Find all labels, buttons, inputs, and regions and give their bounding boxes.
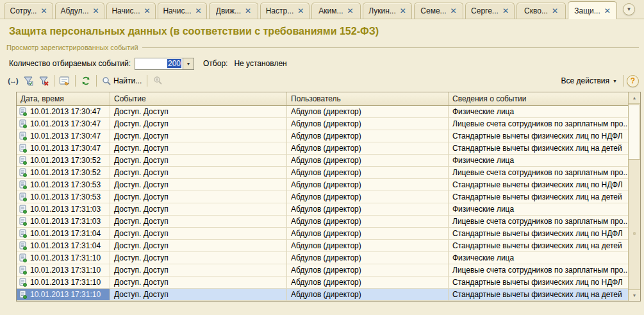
cell-details[interactable]: Стандартные вычеты физических лиц на дет… <box>449 240 628 252</box>
cell-details[interactable]: Стандартные вычеты физических лиц по НДФ… <box>449 228 628 240</box>
cell-details[interactable]: Физические лица <box>449 155 628 167</box>
cell-user[interactable]: Абдулов (директор) <box>287 155 449 167</box>
cell-details[interactable]: Физические лица <box>449 252 628 264</box>
all-actions-button[interactable]: Все действия ▼ <box>557 74 621 88</box>
cell-user[interactable]: Абдулов (директор) <box>287 130 449 142</box>
window-tab[interactable]: Настр... ✕ <box>260 3 310 19</box>
help-button[interactable]: ? <box>627 75 639 87</box>
tab-close-icon[interactable]: ✕ <box>604 7 611 15</box>
cell-user[interactable]: Абдулов (директор) <box>287 240 449 252</box>
table-row[interactable]: 10.01.2013 17:30:47 Доступ. Доступ Абдул… <box>17 142 628 155</box>
cell-event[interactable]: Доступ. Доступ <box>110 167 287 179</box>
cell-datetime[interactable]: 10.01.2013 17:30:52 <box>17 167 110 179</box>
table-row[interactable]: 10.01.2013 17:31:10 Доступ. Доступ Абдул… <box>17 277 628 289</box>
scroll-down-icon[interactable]: ▼ <box>629 289 640 301</box>
window-tab[interactable]: Лукин... ✕ <box>363 3 412 19</box>
scrollbar-thumb[interactable] <box>629 105 640 160</box>
cell-user[interactable]: Абдулов (директор) <box>287 118 449 130</box>
cell-user[interactable]: Абдулов (директор) <box>287 179 449 191</box>
cell-user[interactable]: Абдулов (директор) <box>287 167 449 179</box>
table-row[interactable]: 10.01.2013 17:31:04 Доступ. Доступ Абдул… <box>17 240 628 252</box>
cell-details[interactable]: Стандартные вычеты физических лиц по НДФ… <box>449 277 628 289</box>
cell-event[interactable]: Доступ. Доступ <box>110 216 287 228</box>
cell-details[interactable]: Лицевые счета сотрудников по зарплатным … <box>449 216 628 228</box>
cell-user[interactable]: Абдулов (директор) <box>287 228 449 240</box>
cell-user[interactable]: Абдулов (директор) <box>287 216 449 228</box>
window-tab[interactable]: Скво... ✕ <box>516 3 566 19</box>
table-row[interactable]: 10.01.2013 17:30:52 Доступ. Доступ Абдул… <box>17 155 628 167</box>
tab-close-icon[interactable]: ✕ <box>195 7 201 15</box>
cell-event[interactable]: Доступ. Доступ <box>110 130 287 142</box>
cell-datetime[interactable]: 10.01.2013 17:31:04 <box>17 228 110 240</box>
cell-event[interactable]: Доступ. Доступ <box>110 289 287 301</box>
window-tab[interactable]: Защи... ✕ <box>568 1 617 19</box>
tab-close-icon[interactable]: ✕ <box>400 7 406 15</box>
table-row[interactable]: 10.01.2013 17:31:10 Доступ. Доступ Абдул… <box>17 264 628 277</box>
events-count-dropdown-icon[interactable]: ▼ <box>183 58 194 69</box>
tab-close-icon[interactable]: ✕ <box>347 7 354 15</box>
cell-event[interactable]: Доступ. Доступ <box>110 118 287 130</box>
table-row[interactable]: 10.01.2013 17:30:53 Доступ. Доступ Абдул… <box>17 191 628 203</box>
cell-user[interactable]: Абдулов (директор) <box>287 277 449 289</box>
cell-datetime[interactable]: 10.01.2013 17:31:10 <box>17 277 110 289</box>
cell-details[interactable]: Лицевые счета сотрудников по зарплатным … <box>449 264 628 277</box>
table-row[interactable]: 10.01.2013 17:30:53 Доступ. Доступ Абдул… <box>17 179 628 191</box>
cell-event[interactable]: Доступ. Доступ <box>110 228 287 240</box>
tab-overflow-button[interactable]: ▼ <box>623 3 635 15</box>
cell-event[interactable]: Доступ. Доступ <box>110 203 287 216</box>
tab-close-icon[interactable]: ✕ <box>502 7 509 15</box>
cell-event[interactable]: Доступ. Доступ <box>110 191 287 203</box>
cell-event[interactable]: Доступ. Доступ <box>110 264 287 277</box>
cell-event[interactable]: Доступ. Доступ <box>110 240 287 252</box>
cell-event[interactable]: Доступ. Доступ <box>110 277 287 289</box>
cell-datetime[interactable]: 10.01.2013 17:30:53 <box>17 179 110 191</box>
table-row[interactable]: 10.01.2013 17:30:47 Доступ. Доступ Абдул… <box>17 130 628 142</box>
cancel-search-button[interactable] <box>150 74 165 88</box>
find-button[interactable]: Найти... <box>99 74 144 88</box>
cell-datetime[interactable]: 10.01.2013 17:31:10 <box>17 264 110 277</box>
cell-datetime[interactable]: 10.01.2013 17:30:52 <box>17 155 110 167</box>
tab-close-icon[interactable]: ✕ <box>93 7 99 15</box>
window-tab[interactable]: Серге... ✕ <box>465 3 515 19</box>
table-row[interactable]: 10.01.2013 17:30:47 Доступ. Доступ Абдул… <box>17 118 628 130</box>
table-row[interactable]: 10.01.2013 17:30:47 Доступ. Доступ Абдул… <box>17 106 628 118</box>
cell-datetime[interactable]: 10.01.2013 17:30:47 <box>17 106 110 118</box>
cell-details[interactable]: Физические лица <box>449 203 628 216</box>
window-tab[interactable]: Абдул... ✕ <box>55 3 104 19</box>
cell-details[interactable]: Стандартные вычеты физических лиц по НДФ… <box>449 179 628 191</box>
column-header-event[interactable]: Событие <box>110 92 287 105</box>
events-count-field[interactable]: 200 ▼ <box>135 58 194 70</box>
table-row[interactable]: 10.01.2013 17:31:03 Доступ. Доступ Абдул… <box>17 216 628 228</box>
cell-datetime[interactable]: 10.01.2013 17:30:47 <box>17 142 110 155</box>
cell-event[interactable]: Доступ. Доступ <box>110 179 287 191</box>
cell-user[interactable]: Абдулов (директор) <box>287 264 449 277</box>
tab-close-icon[interactable]: ✕ <box>40 7 47 15</box>
cell-datetime[interactable]: 10.01.2013 17:31:04 <box>17 240 110 252</box>
tab-close-icon[interactable]: ✕ <box>450 7 457 15</box>
window-tab[interactable]: Движ... ✕ <box>209 3 258 19</box>
tab-close-icon[interactable]: ✕ <box>552 7 558 15</box>
cell-user[interactable]: Абдулов (директор) <box>287 252 449 264</box>
cell-datetime[interactable]: 10.01.2013 17:31:10 <box>17 289 110 301</box>
vertical-scrollbar[interactable]: ▲ ▼ <box>628 92 640 301</box>
cell-details[interactable]: Стандартные вычеты физических лиц на дет… <box>449 191 628 203</box>
window-tab[interactable]: Сотру... ✕ <box>4 3 53 19</box>
cell-datetime[interactable]: 10.01.2013 17:30:53 <box>17 191 110 203</box>
table-row[interactable]: 10.01.2013 17:31:04 Доступ. Доступ Абдул… <box>17 228 628 240</box>
events-count-value[interactable]: 200 <box>135 58 183 69</box>
cell-user[interactable]: Абдулов (директор) <box>287 142 449 155</box>
cell-datetime[interactable]: 10.01.2013 17:31:03 <box>17 203 110 216</box>
cell-details[interactable]: Стандартные вычеты физических лиц на дет… <box>449 289 628 301</box>
cell-event[interactable]: Доступ. Доступ <box>110 142 287 155</box>
cell-datetime[interactable]: 10.01.2013 17:31:10 <box>17 252 110 264</box>
tab-close-icon[interactable]: ✕ <box>297 7 304 15</box>
table-row[interactable]: 10.01.2013 17:31:03 Доступ. Доступ Абдул… <box>17 203 628 216</box>
cell-user[interactable]: Абдулов (директор) <box>287 289 449 301</box>
cell-datetime[interactable]: 10.01.2013 17:31:03 <box>17 216 110 228</box>
cell-details[interactable]: Лицевые счета сотрудников по зарплатным … <box>449 167 628 179</box>
cell-details[interactable]: Стандартные вычеты физических лиц по НДФ… <box>449 130 628 142</box>
column-header-user[interactable]: Пользователь <box>287 92 449 105</box>
cell-user[interactable]: Абдулов (директор) <box>287 191 449 203</box>
cell-details[interactable]: Лицевые счета сотрудников по зарплатным … <box>449 118 628 130</box>
window-tab[interactable]: Начис... ✕ <box>106 3 156 19</box>
